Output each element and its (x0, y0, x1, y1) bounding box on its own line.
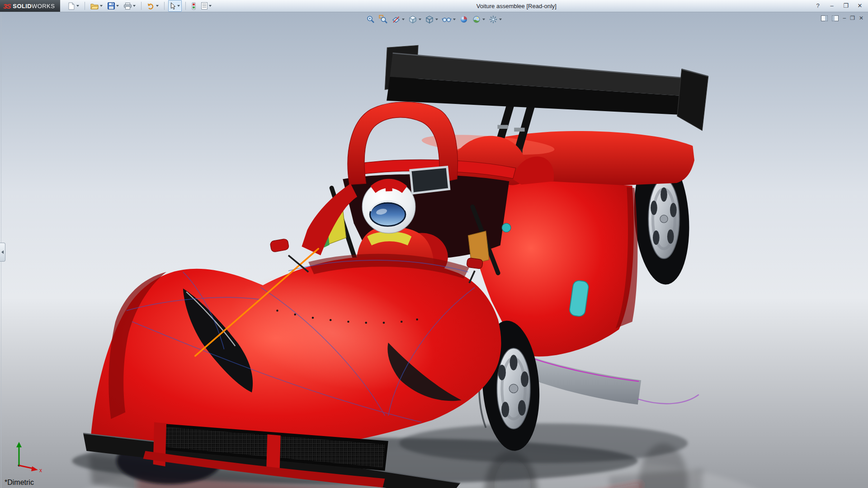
new-document-button[interactable] (66, 0, 81, 12)
section-view-icon (392, 15, 401, 24)
edit-appearance-icon (459, 15, 468, 24)
help-button[interactable]: ? (814, 2, 821, 9)
title-bar: 3S SOLIDWORKS (0, 0, 868, 12)
hide-show-items-button[interactable] (441, 14, 457, 24)
open-button[interactable] (89, 0, 104, 12)
brand-name: SOLIDWORKS (13, 3, 55, 9)
maximize-button[interactable]: ❐ (842, 2, 849, 9)
toolbar-separator (164, 2, 165, 10)
close-button[interactable]: ✕ (856, 2, 863, 9)
window-controls: ? – ❐ ✕ (814, 2, 868, 9)
view-orientation-icon (408, 15, 417, 24)
options-sheet-icon (201, 2, 208, 9)
display-style-icon (425, 15, 434, 24)
cyan-fitting (502, 223, 511, 232)
view-settings-dropdown[interactable] (499, 19, 502, 20)
view-settings-button[interactable] (488, 14, 503, 24)
xpress-products-icon (191, 2, 196, 10)
window-title: Voiture assemblee [Read-only] (476, 3, 557, 9)
view-orientation-dropdown[interactable] (419, 19, 421, 20)
select-cursor-icon (170, 2, 176, 10)
apply-scene-dropdown[interactable] (482, 19, 485, 20)
apply-scene-button[interactable] (471, 14, 486, 24)
display-pane-toggle-button[interactable] (832, 15, 839, 21)
view-settings-icon (489, 15, 498, 24)
undo-button[interactable] (145, 0, 160, 12)
graphics-area[interactable]: – ❐ ✕ x *Dimetric (0, 12, 868, 488)
rearview-mirror[interactable] (410, 167, 449, 193)
reference-triad: x (9, 439, 44, 474)
options-sheet-button[interactable] (199, 0, 213, 12)
document-restore-button[interactable]: ❐ (850, 15, 855, 21)
edit-appearance-button[interactable] (458, 14, 469, 24)
task-pane-toggle-button[interactable] (821, 15, 828, 21)
new-document-dropdown[interactable] (76, 5, 79, 7)
document-close-button[interactable]: ✕ (859, 15, 863, 21)
save-button[interactable] (106, 0, 121, 12)
display-style-button[interactable] (424, 14, 439, 24)
helmet-visor (370, 203, 406, 226)
headsup-view-toolbar (365, 14, 503, 24)
chevron-left-icon (1, 250, 4, 254)
apply-scene-icon (472, 15, 481, 24)
print-icon (124, 3, 132, 9)
hide-show-items-icon (442, 15, 452, 24)
view-orientation-button[interactable] (407, 14, 422, 24)
pane-right-icon (832, 15, 839, 21)
zoom-to-fit-button[interactable] (365, 14, 376, 24)
document-minimize-button[interactable]: – (843, 15, 846, 21)
new-document-icon (68, 2, 75, 10)
brand-name-light: WORKS (32, 3, 55, 9)
zoom-to-area-button[interactable] (378, 14, 389, 24)
document-window-controls: – ❐ ✕ (821, 15, 863, 21)
options-sheet-dropdown[interactable] (209, 5, 212, 7)
pane-left-icon (821, 15, 828, 21)
open-dropdown[interactable] (100, 5, 103, 7)
hide-show-items-dropdown[interactable] (453, 19, 456, 20)
dassault-logo-icon: 3S (3, 2, 10, 10)
solidworks-logo: 3S SOLIDWORKS (0, 0, 60, 12)
zoom-to-fit-icon (366, 15, 375, 24)
toolbar-separator (141, 2, 142, 10)
y-axis-arrow (16, 442, 22, 447)
x-axis-label: x (39, 467, 42, 473)
zoom-to-area-icon (379, 15, 388, 24)
select-tool-button[interactable] (168, 0, 182, 12)
toolbar-separator (85, 2, 85, 10)
brand-name-bold: SOLID (13, 3, 32, 9)
print-button[interactable] (122, 0, 137, 12)
print-dropdown[interactable] (133, 5, 136, 7)
open-folder-icon (90, 3, 99, 9)
model-viewport-canvas[interactable] (0, 12, 868, 488)
view-orientation-label: *Dimetric (5, 479, 34, 487)
display-style-dropdown[interactable] (435, 19, 438, 20)
xpress-products-button[interactable] (189, 0, 198, 12)
select-tool-dropdown[interactable] (177, 5, 180, 7)
minimize-button[interactable]: – (828, 2, 835, 9)
toolbar-separator (185, 2, 186, 10)
section-view-dropdown[interactable] (402, 19, 405, 20)
x-axis-arrow (31, 466, 38, 471)
save-dropdown[interactable] (116, 5, 119, 7)
section-view-button[interactable] (391, 14, 406, 24)
feature-manager-expand-tab[interactable] (0, 243, 5, 262)
undo-icon (147, 3, 155, 9)
undo-dropdown[interactable] (156, 5, 159, 7)
save-icon (108, 2, 115, 9)
main-toolbar (66, 0, 213, 12)
